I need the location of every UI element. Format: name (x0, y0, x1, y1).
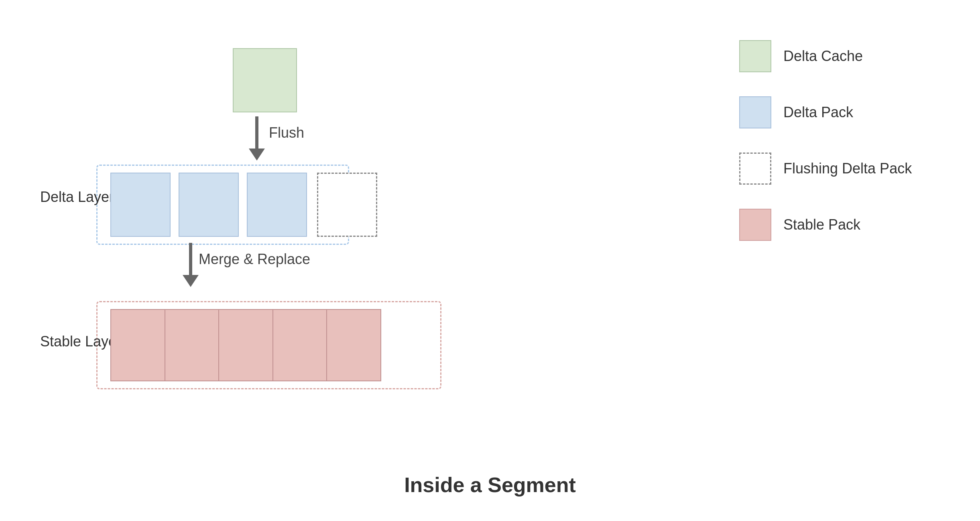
flushing-delta-pack-box (317, 173, 377, 237)
delta-pack-box-2 (179, 173, 239, 237)
legend-item-delta-pack: Delta Pack (739, 96, 948, 128)
flush-label: Flush (269, 124, 304, 141)
flush-arrow-shaft (255, 116, 258, 149)
stable-pack-5 (327, 310, 380, 381)
stable-pack-4 (273, 310, 327, 381)
legend-delta-pack-icon (739, 96, 771, 128)
legend-delta-pack-label: Delta Pack (783, 104, 853, 121)
legend-delta-cache-icon (739, 40, 771, 72)
legend-flushing-label: Flushing Delta Pack (783, 160, 912, 177)
stable-pack-2 (165, 310, 220, 381)
legend-item-flushing: Flushing Delta Pack (739, 153, 948, 185)
delta-layer-label: Delta Layer (40, 189, 114, 206)
legend-item-stable-pack: Stable Pack (739, 209, 948, 241)
merge-arrow-shaft (189, 243, 192, 275)
merge-arrow-head (183, 275, 199, 287)
legend-stable-pack-icon (739, 209, 771, 241)
diagram-container: Flush Delta Layer Merge & Replace Stable… (0, 0, 980, 521)
stable-pack-1 (111, 310, 165, 381)
stable-layer-label: Stable Layer (40, 333, 121, 350)
main-area: Flush Delta Layer Merge & Replace Stable… (40, 32, 602, 474)
stable-packs-wrapper (110, 309, 381, 381)
legend-area: Delta Cache Delta Pack Flushing Delta Pa… (739, 40, 948, 265)
delta-pack-box-3 (247, 173, 307, 237)
flush-arrow-head (249, 149, 265, 161)
delta-cache-box (233, 48, 297, 112)
stable-pack-3 (219, 310, 273, 381)
page-title: Inside a Segment (404, 473, 576, 497)
legend-flushing-icon (739, 153, 771, 185)
delta-pack-box-1 (110, 173, 171, 237)
legend-item-delta-cache: Delta Cache (739, 40, 948, 72)
legend-delta-cache-label: Delta Cache (783, 48, 863, 65)
merge-replace-label: Merge & Replace (199, 251, 310, 268)
merge-replace-arrow (183, 243, 199, 287)
legend-stable-pack-label: Stable Pack (783, 216, 860, 233)
flush-arrow (249, 116, 265, 161)
